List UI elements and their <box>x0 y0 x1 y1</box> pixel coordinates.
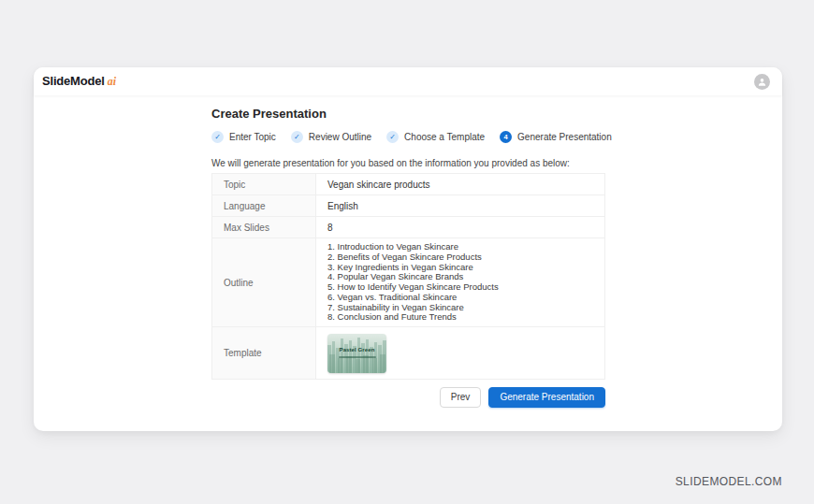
outline-item: 2. Benefits of Vegan Skincare Products <box>327 252 499 263</box>
template-thumb-subtitle <box>339 356 376 358</box>
outline-item: 8. Conclusion and Future Trends <box>327 312 499 323</box>
step-enter-topic[interactable]: ✓ Enter Topic <box>211 131 276 143</box>
step-label: Generate Presentation <box>517 132 612 142</box>
main-card: SlideModel ai Create Presentation ✓ Ente… <box>34 67 782 431</box>
step-label: Enter Topic <box>229 132 276 142</box>
summary-table: Topic Vegan skincare products Language E… <box>211 173 605 380</box>
row-label: Topic <box>212 174 316 194</box>
logo-text: SlideModel <box>42 74 105 88</box>
app-header: SlideModel ai <box>34 67 782 95</box>
step-generate-presentation: 4 Generate Presentation <box>500 131 612 143</box>
step-label: Review Outline <box>309 132 371 142</box>
row-label: Outline <box>212 238 316 326</box>
row-label: Max Slides <box>212 217 316 238</box>
table-row-max-slides: Max Slides 8 <box>212 217 604 238</box>
row-value: English <box>316 195 604 216</box>
generate-presentation-button[interactable]: Generate Presentation <box>488 387 605 408</box>
step-choose-template[interactable]: ✓ Choose a Template <box>386 131 485 143</box>
wizard-actions: Prev Generate Presentation <box>211 387 605 408</box>
prev-button[interactable]: Prev <box>440 387 482 408</box>
table-row-template: Template <box>212 327 604 379</box>
template-thumbnail: Pastel Green <box>327 334 386 373</box>
template-name: Pastel Green <box>327 347 386 353</box>
step-review-outline[interactable]: ✓ Review Outline <box>291 131 371 143</box>
user-avatar[interactable] <box>754 74 770 90</box>
check-icon: ✓ <box>211 131 224 143</box>
check-icon: ✓ <box>291 131 303 143</box>
table-row-language: Language English <box>212 195 604 217</box>
row-value: 1. Introduction to Vegan Skincare 2. Ben… <box>316 238 604 326</box>
intro-text: We will generate presentation for you ba… <box>211 158 605 169</box>
table-row-topic: Topic Vegan skincare products <box>212 174 604 195</box>
row-label: Language <box>212 195 316 216</box>
slidemodel-watermark: SLIDEMODEL.COM <box>676 475 782 488</box>
table-row-outline: Outline 1. Introduction to Vegan Skincar… <box>212 238 604 327</box>
wizard-stepper: ✓ Enter Topic ✓ Review Outline ✓ Choose … <box>211 131 605 143</box>
step-label: Choose a Template <box>404 132 485 142</box>
page-title: Create Presentation <box>211 107 605 122</box>
row-value: Vegan skincare products <box>316 174 604 194</box>
slidemodel-logo[interactable]: SlideModel ai <box>42 74 116 89</box>
outline-item: 6. Vegan vs. Traditional Skincare <box>327 293 499 303</box>
outline-list: 1. Introduction to Vegan Skincare 2. Ben… <box>327 242 499 323</box>
step-number-badge: 4 <box>500 131 512 143</box>
row-value: 8 <box>316 217 604 238</box>
logo-ai-suffix: ai <box>108 75 116 89</box>
row-value: Pastel Green <box>316 327 604 379</box>
check-icon: ✓ <box>386 131 399 143</box>
row-label: Template <box>212 327 316 379</box>
user-icon <box>757 77 767 87</box>
wizard-content: Create Presentation ✓ Enter Topic ✓ Revi… <box>211 95 605 408</box>
